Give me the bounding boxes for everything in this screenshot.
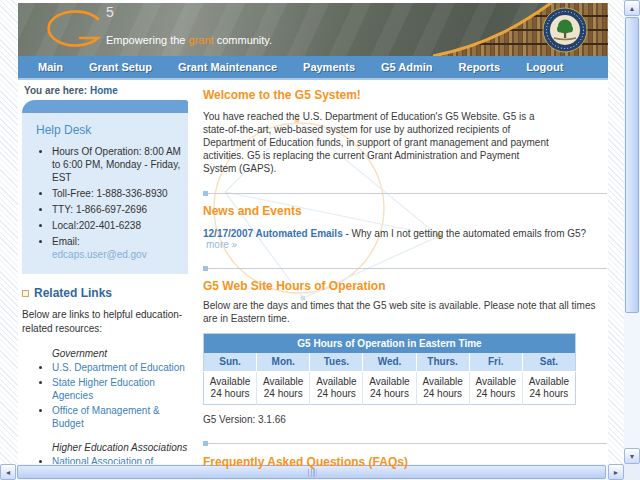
related-links-bullet-icon: [22, 290, 29, 297]
sidebar: Help Desk Hours Of Operation: 8:00 AM to…: [22, 100, 188, 480]
hours-value-mon: Available 24 hours: [257, 372, 310, 405]
welcome-body: You have reached the U.S. Department of …: [203, 110, 555, 175]
education-seal-icon: [542, 7, 588, 56]
nav-item-g5-admin[interactable]: G5 Admin: [381, 61, 433, 73]
help-desk-title: Help Desk: [36, 123, 182, 137]
help-desk-body: Help Desk Hours Of Operation: 8:00 AM to…: [22, 113, 188, 274]
hours-value-tues: Available 24 hours: [310, 372, 363, 405]
help-desk-email-link[interactable]: edcaps.user@ed.gov: [52, 249, 147, 260]
hours-day-thurs: Thurs.: [416, 353, 469, 372]
section-divider: [203, 191, 607, 196]
breadcrumb-label: You are here:: [24, 85, 87, 96]
news-item: 12/17/2007 Automated Emails - Why am I n…: [203, 228, 607, 250]
section-divider: [203, 266, 607, 271]
vertical-scrollbar[interactable]: ▲ ▼: [624, 0, 640, 464]
nav-item-grant-maintenance[interactable]: Grant Maintenance: [178, 61, 277, 73]
hours-day-fri: Fri.: [469, 353, 522, 372]
help-desk-box: Help Desk Hours Of Operation: 8:00 AM to…: [22, 100, 188, 274]
vertical-scrollbar-thumb[interactable]: [625, 17, 639, 313]
hours-value-fri: Available 24 hours: [469, 372, 522, 405]
hours-value-thurs: Available 24 hours: [416, 372, 469, 405]
list-item: Office of Management & Budget: [52, 404, 188, 430]
related-links-header: Related Links: [22, 286, 188, 300]
related-links-section: Related Links Below are links to helpful…: [22, 286, 188, 480]
main-content: Welcome to the G5 System! You have reach…: [203, 84, 607, 480]
section-divider: [203, 441, 607, 446]
g5-version: G5 Version: 3.1.66: [203, 414, 607, 425]
page-content: 5 Empowering the grant community.: [18, 0, 608, 464]
site-header-banner: 5 Empowering the grant community.: [18, 3, 608, 56]
scroll-up-button[interactable]: ▲: [624, 0, 640, 16]
help-desk-local: Local:202-401-6238: [52, 219, 182, 232]
related-links-intro: Below are links to helpful education-rel…: [22, 308, 188, 336]
breadcrumb: You are here: Home: [24, 85, 118, 96]
link-state-higher-ed[interactable]: State Higher Education Agencies: [52, 377, 155, 401]
scroll-down-icon: ▼: [629, 453, 636, 460]
hours-day-tues: Tues.: [310, 353, 363, 372]
welcome-title: Welcome to the G5 System!: [203, 88, 607, 102]
hours-day-sat: Sat.: [522, 353, 575, 372]
hours-day-wed: Wed.: [363, 353, 416, 372]
related-links-title: Related Links: [34, 286, 112, 300]
help-desk-email-label: Email:: [52, 236, 80, 247]
news-more-link[interactable]: more »: [206, 239, 237, 250]
main-navigation: Main Grant Setup Grant Maintenance Payme…: [18, 56, 608, 80]
scroll-left-icon: ◄: [5, 469, 12, 476]
g5-home-page: { "colors": { "accent_orange": "#F7941D"…: [0, 0, 640, 480]
help-desk-tty: TTY: 1-866-697-2696: [52, 203, 182, 216]
nav-item-payments[interactable]: Payments: [303, 61, 355, 73]
help-desk-tollfree: Toll-Free: 1-888-336-8930: [52, 187, 182, 200]
scrollbar-corner: [624, 464, 640, 480]
scroll-down-button[interactable]: ▼: [624, 448, 640, 464]
link-us-dept-education[interactable]: U.S. Department of Education: [52, 362, 185, 373]
help-desk-email: Email: edcaps.user@ed.gov: [52, 235, 182, 261]
link-omb[interactable]: Office of Management & Budget: [52, 405, 160, 429]
hours-table-caption: G5 Hours of Operation in Eastern Time: [204, 334, 576, 353]
hours-day-sun: Sun.: [204, 353, 257, 372]
news-item-link[interactable]: 12/17/2007 Automated Emails: [203, 228, 343, 239]
list-item: U.S. Department of Education: [52, 361, 188, 374]
g5-logo-five: 5: [106, 4, 114, 20]
scroll-up-icon: ▲: [629, 5, 636, 12]
group-heading: Government: [52, 348, 188, 359]
list-item: State Higher Education Agencies: [52, 376, 188, 402]
scroll-right-icon: ►: [613, 469, 620, 476]
scroll-left-button[interactable]: ◄: [0, 464, 16, 480]
tagline: Empowering the grant community.: [106, 34, 272, 46]
news-item-text: - Why am I not getting the automated ema…: [345, 228, 586, 239]
hours-intro: Below are the days and times that the G5…: [203, 299, 607, 325]
breadcrumb-home-link[interactable]: Home: [90, 85, 118, 96]
hours-table: G5 Hours of Operation in Eastern Time Su…: [203, 333, 576, 405]
group-heading: Higher Education Associations: [52, 442, 188, 453]
hours-value-sat: Available 24 hours: [522, 372, 575, 405]
related-links-group-government: Government U.S. Department of Education …: [22, 348, 188, 430]
nav-item-logout[interactable]: Logout: [526, 61, 563, 73]
hours-value-wed: Available 24 hours: [363, 372, 416, 405]
nav-item-main[interactable]: Main: [38, 61, 63, 73]
help-desk-header-band: [22, 100, 188, 113]
hours-title: G5 Web Site Hours of Operation: [203, 279, 607, 293]
hours-day-mon: Mon.: [257, 353, 310, 372]
nav-item-grant-setup[interactable]: Grant Setup: [89, 61, 152, 73]
hours-value-sun: Available 24 hours: [204, 372, 257, 405]
help-desk-list: Hours Of Operation: 8:00 AM to 6:00 PM, …: [28, 145, 182, 261]
scroll-right-button[interactable]: ►: [608, 464, 624, 480]
g5-logo-icon: [42, 9, 104, 55]
news-title: News and Events: [203, 204, 607, 218]
help-desk-hours: Hours Of Operation: 8:00 AM to 6:00 PM, …: [52, 145, 182, 184]
nav-item-reports[interactable]: Reports: [459, 61, 501, 73]
faq-title: Frequently Asked Questions (FAQs): [203, 455, 607, 469]
